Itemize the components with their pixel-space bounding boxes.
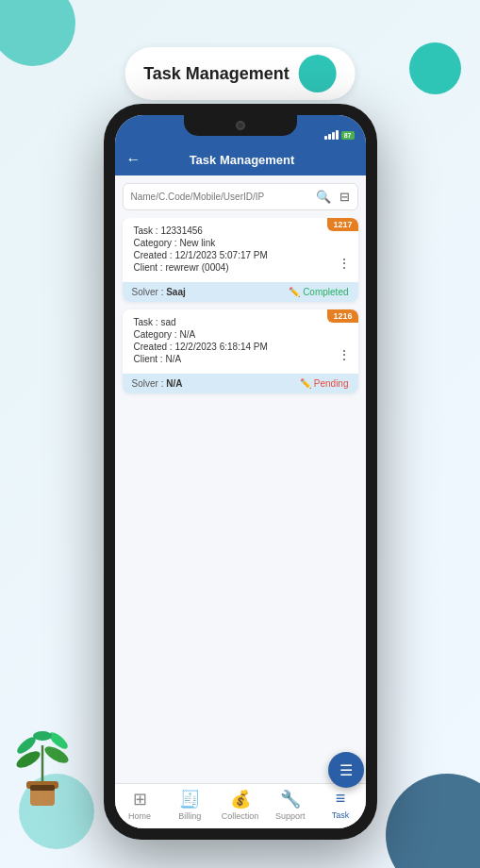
signal-bar-1 [324,136,327,140]
back-button[interactable]: ← [126,151,141,168]
phone-frame: 87 ← Task Management 🔍 ⊟ 1217 Task : 123… [104,104,377,840]
home-label: Home [128,811,151,821]
billing-icon: 🧾 [179,789,200,810]
bottom-nav: ⊞ Home 🧾 Billing 💰 Collection 🔧 Support … [115,783,366,828]
search-input[interactable] [131,192,310,202]
signal-bar-4 [336,130,339,140]
task-value-1217: 12331456 [160,225,203,236]
task-more-button-1217[interactable]: ⋮ [338,256,351,271]
category-value-1217: New link [179,238,215,248]
nav-item-task[interactable]: ≡ Task [315,789,365,821]
page-title-area: Task Management [124,47,356,100]
signal-bar-2 [328,134,331,140]
task-value-1216: sad [160,317,175,327]
category-label-2: Category [134,329,173,340]
filter-icon[interactable]: ⊟ [339,190,350,204]
fab-button[interactable]: ☰ [328,752,364,788]
task-badge-1217: 1217 [327,218,357,231]
solver-name-1217: Saaj [166,287,186,297]
task-info-1216: Task : sad Category : N/A Created : 12/2… [123,309,358,374]
nav-item-support[interactable]: 🔧 Support [265,789,315,821]
page-title-circle [299,55,337,92]
created-label-2: Created [134,342,168,352]
plant-decoration [9,717,75,811]
task-row-client-2: Client : N/A [134,354,347,364]
client-value-1217: rewrewr (0004) [165,262,228,273]
created-value-1216: 12/2/2023 6:18:14 PM [174,342,267,352]
task-card-1217: 1217 Task : 12331456 Category : New link… [123,218,358,302]
task-card-1216: 1216 Task : sad Category : N/A Created :… [123,309,358,393]
task-label-2: Task [134,317,154,327]
pending-icon: ✏️ [300,378,311,389]
task-footer-1216: Solver : N/A ✏️ Pending [123,374,358,393]
svg-rect-2 [30,785,55,791]
task-badge-1216: 1216 [327,309,357,323]
client-label: Client [134,262,158,273]
search-icon[interactable]: 🔍 [316,190,331,204]
completed-label: Completed [303,287,348,297]
header-title: Task Management [149,153,336,167]
solver-text-1216: Solver : N/A [132,378,183,389]
created-value-1217: 12/1/2023 5:07:17 PM [174,250,267,260]
task-row-task-2: Task : sad [134,317,347,327]
status-badge-completed: ✏️ Completed [289,287,348,297]
phone-camera [236,121,245,130]
bg-decoration-bottom-right [386,774,480,868]
billing-label: Billing [178,811,201,821]
page-title: Task Management [143,64,290,84]
task-row-task: Task : 12331456 [134,225,347,236]
task-icon: ≡ [336,789,346,809]
bg-decoration-top-right [409,42,461,94]
client-label-2: Client [134,354,158,364]
bg-decoration-top-left [0,0,75,66]
battery-indicator: 87 [341,131,355,140]
solver-label-1217: Solver [132,287,158,297]
solver-text-1217: Solver : Saaj [132,287,186,297]
home-icon: ⊞ [133,789,147,810]
task-list: 1217 Task : 12331456 Category : New link… [115,218,366,783]
task-row-category: Category : New link [134,238,347,248]
phone-notch [184,115,297,136]
support-label: Support [275,811,306,821]
task-label: Task [134,225,154,236]
collection-icon: 💰 [230,789,251,810]
completed-icon: ✏️ [289,287,300,297]
task-row-category-2: Category : N/A [134,329,347,340]
task-row-client: Client : rewrewr (0004) [134,262,347,273]
solver-name-1216: N/A [166,378,182,389]
task-more-button-1216[interactable]: ⋮ [338,347,351,362]
created-label: Created [134,250,168,260]
task-info-1217: Task : 12331456 Category : New link Crea… [123,218,358,282]
signal-bar-3 [332,132,335,140]
support-icon: 🔧 [280,789,301,810]
category-value-1216: N/A [179,329,195,340]
task-label-nav: Task [332,810,350,820]
phone-screen: 87 ← Task Management 🔍 ⊟ 1217 Task : 123… [115,115,366,828]
client-value-1216: N/A [165,354,181,364]
signal-bars [324,130,339,140]
solver-label-1216: Solver [132,378,158,389]
svg-point-8 [33,731,52,741]
app-header: ← Task Management [115,143,366,175]
nav-item-billing[interactable]: 🧾 Billing [165,789,215,821]
status-icons: 87 [324,130,355,140]
status-badge-pending: ✏️ Pending [300,378,349,389]
task-footer-1217: Solver : Saaj ✏️ Completed [123,282,358,302]
task-row-created-2: Created : 12/2/2023 6:18:14 PM [134,342,347,352]
category-label: Category [134,238,173,248]
pending-label: Pending [314,378,349,389]
task-row-created: Created : 12/1/2023 5:07:17 PM [134,250,347,260]
nav-item-collection[interactable]: 💰 Collection [215,789,265,821]
collection-label: Collection [222,811,259,821]
search-bar: 🔍 ⊟ [123,183,358,210]
nav-item-home[interactable]: ⊞ Home [115,789,165,821]
